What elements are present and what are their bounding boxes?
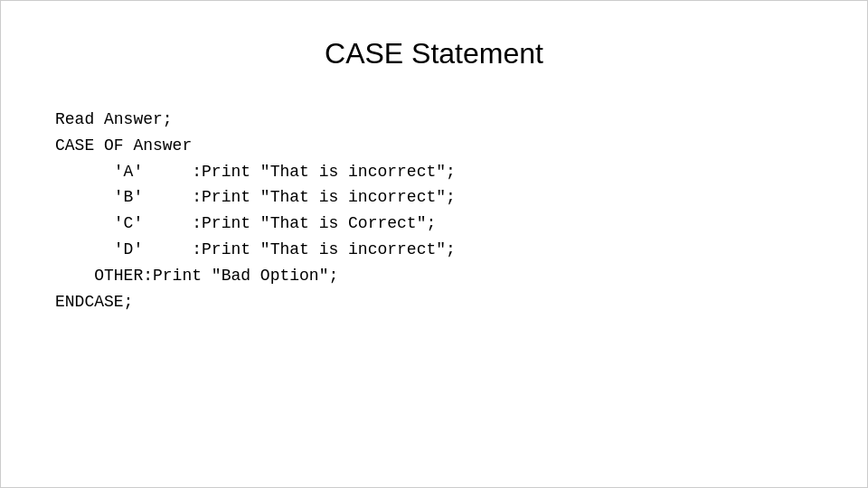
code-line-2: CASE OF Answer	[55, 133, 456, 159]
code-line-5: 'C' :Print "That is Correct";	[55, 211, 456, 237]
code-line-4: 'B' :Print "That is incorrect";	[55, 184, 456, 211]
code-block: Read Answer; CASE OF Answer 'A' :Print "…	[55, 107, 456, 314]
code-line-7: OTHER:Print "Bad Option";	[55, 263, 456, 289]
slide: CASE Statement Read Answer; CASE OF Answ…	[0, 0, 868, 488]
code-line-8: ENDCASE;	[55, 289, 456, 315]
code-line-6: 'D' :Print "That is incorrect";	[55, 237, 456, 263]
code-line-1: Read Answer;	[55, 107, 456, 133]
code-line-3: 'A' :Print "That is incorrect";	[55, 159, 456, 185]
slide-title: CASE Statement	[325, 37, 543, 70]
